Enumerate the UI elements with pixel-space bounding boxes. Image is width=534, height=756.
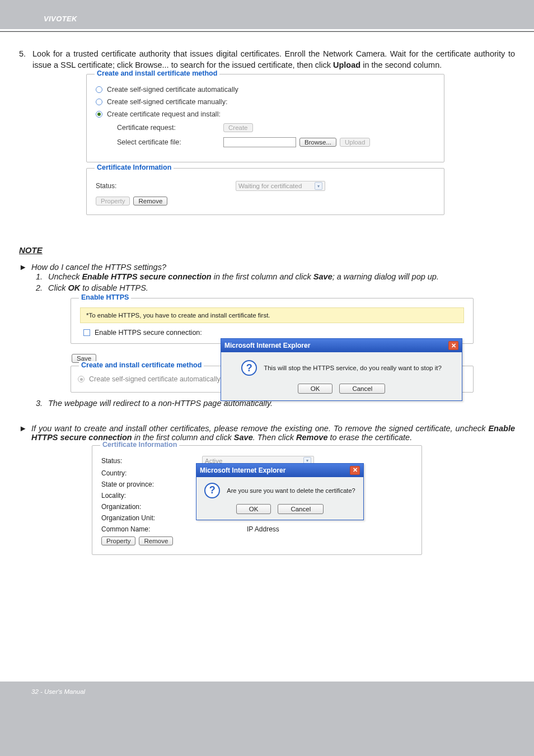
radio-label: Create self-signed certificate automatic… — [107, 86, 238, 94]
upload-button: Upload — [340, 138, 370, 147]
step-5: 5. Look for a trusted certificate author… — [19, 49, 515, 71]
close-icon[interactable]: ✕ — [448, 341, 458, 350]
dialog-message: Are you sure you want to delete the cert… — [227, 487, 355, 494]
note-step: 1. Uncheck Enable HTTPS secure connectio… — [36, 272, 515, 283]
field-label: Common Name: — [101, 525, 202, 533]
question-icon: ? — [241, 360, 257, 376]
radio-option[interactable]: Create self-signed certificate automatic… — [96, 86, 435, 94]
radio-label: Create self-signed certificate manually: — [107, 98, 227, 106]
legend: Create and install certificate method — [95, 69, 219, 77]
ie-dialog: Microsoft Internet Explorer ✕ ? This wil… — [221, 338, 462, 401]
browse-button[interactable]: Browse... — [299, 138, 336, 147]
dialog-message: This will stop the HTTPS service, do you… — [264, 365, 442, 371]
cancel-button[interactable]: Cancel — [278, 504, 324, 514]
divider — [0, 29, 534, 31]
close-icon[interactable]: ✕ — [350, 466, 360, 475]
radio-icon — [96, 99, 102, 105]
fieldset-create-method: Create and install certificate method Cr… — [86, 74, 444, 162]
chevron-down-icon: ▾ — [315, 182, 322, 190]
field-label: Country: — [101, 469, 202, 477]
ok-button[interactable]: OK — [236, 504, 271, 514]
radio-icon — [96, 86, 102, 93]
field-value: IP Address — [247, 525, 279, 533]
checkbox-label: Enable HTTPS secure connection: — [95, 329, 202, 337]
field-label: Organization: — [101, 503, 202, 511]
dialog-title: Microsoft Internet Explorer — [224, 342, 310, 349]
field-label: Locality: — [101, 492, 202, 500]
status-value: Waiting for certificated — [238, 183, 302, 189]
dialog-title: Microsoft Internet Explorer — [200, 466, 285, 474]
legend: Certificate Information — [100, 441, 179, 449]
radio-icon — [96, 111, 102, 118]
status-select: Waiting for certificated ▾ — [236, 181, 325, 191]
radio-option[interactable]: Create self-signed certificate manually: — [96, 98, 435, 106]
cancel-button[interactable]: Cancel — [339, 384, 385, 394]
note-heading: NOTE — [19, 245, 515, 255]
step-number: 5. — [19, 49, 32, 71]
dialog-titlebar: Microsoft Internet Explorer ✕ — [221, 339, 462, 352]
checkbox[interactable] — [83, 329, 90, 336]
fieldset-enable-https: Enable HTTPS *To enable HTTPS, you have … — [71, 298, 474, 344]
property-button[interactable]: Property — [101, 536, 135, 545]
field-label: Certificate request: — [117, 124, 223, 132]
field-label: State or province: — [101, 480, 202, 488]
ie-dialog: Microsoft Internet Explorer ✕ ? Are you … — [196, 463, 364, 520]
step-text: in the second column. — [360, 60, 442, 69]
remove-button[interactable]: Remove — [139, 536, 173, 545]
header-brand: VIVOTEK — [0, 0, 534, 23]
fieldset-cert-info: Certificate Information Status: Waiting … — [86, 168, 444, 215]
notice-strip: *To enable HTTPS, you have to create and… — [80, 307, 464, 323]
field-label: Select certificate file: — [117, 138, 223, 146]
status-label: Status: — [101, 457, 202, 465]
legend: Enable HTTPS — [79, 293, 131, 301]
radio-option[interactable]: Create certificate request and install: — [96, 110, 435, 118]
note-paragraph: ► If you want to create and install othe… — [19, 424, 515, 442]
radio-label: Create certificate request and install: — [107, 110, 221, 118]
dialog-titlebar: Microsoft Internet Explorer ✕ — [196, 464, 363, 477]
legend: Certificate Information — [95, 164, 174, 171]
remove-button[interactable]: Remove — [133, 197, 167, 206]
step-text: Look for a trusted certificate authority… — [32, 49, 515, 69]
footer-page-number: 32 - User's Manual — [0, 682, 534, 695]
field-label: Organization Unit: — [101, 514, 202, 522]
file-input[interactable] — [223, 137, 296, 147]
property-button: Property — [96, 197, 130, 206]
question-icon: ? — [204, 483, 220, 498]
step-bold: Upload — [333, 60, 360, 69]
legend: Create and install certificate method — [79, 361, 204, 369]
create-button: Create — [223, 123, 253, 132]
note-question: ► How do I cancel the HTTPS settings? — [19, 263, 515, 272]
status-label: Status: — [96, 182, 236, 190]
ok-button[interactable]: OK — [298, 384, 333, 394]
note-step: 2. Click OK to disable HTTPS. — [36, 283, 515, 294]
radio-label: Create self-signed certificate automatic… — [89, 375, 221, 383]
